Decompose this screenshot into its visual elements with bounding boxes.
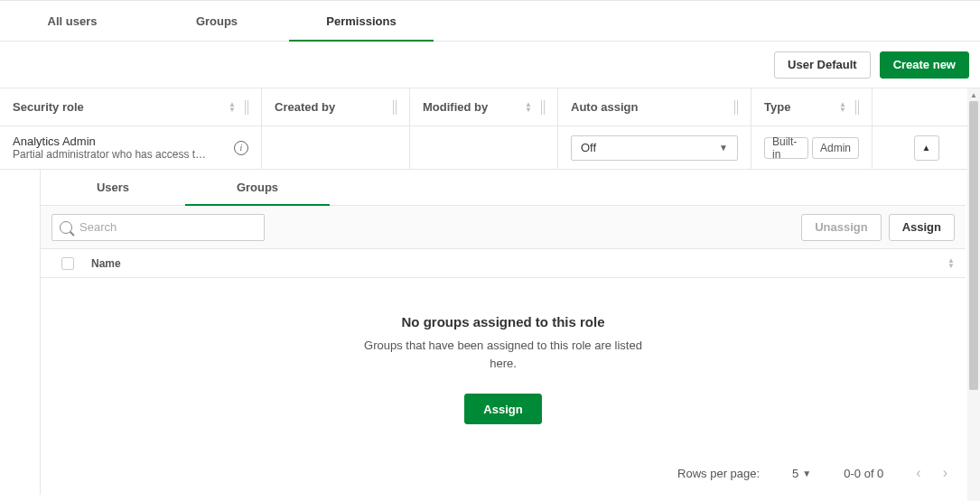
- unassign-button[interactable]: Unassign: [801, 214, 882, 241]
- column-resize-handle[interactable]: [855, 100, 859, 115]
- detail-header-row: Name ▲▼: [41, 249, 966, 278]
- column-header-actions: [873, 88, 980, 125]
- search-input[interactable]: [78, 219, 257, 235]
- sort-controls[interactable]: ▲▼: [525, 100, 545, 115]
- sub-tab-users[interactable]: Users: [41, 170, 185, 205]
- sort-controls[interactable]: ▲▼: [229, 100, 248, 115]
- detail-toolbar: Unassign Assign: [41, 206, 966, 249]
- action-bar: User Default Create new: [0, 42, 980, 88]
- search-box[interactable]: [51, 214, 265, 241]
- column-header-created-by[interactable]: Created by: [262, 88, 410, 125]
- chevron-up-icon: ▲: [922, 143, 931, 153]
- column-label: Security role: [13, 100, 84, 114]
- grid-header-row: Security role ▲▼ Created by Modified by …: [0, 88, 980, 126]
- create-new-button[interactable]: Create new: [880, 51, 969, 79]
- cell-type: Built-in Admin: [751, 126, 873, 169]
- role-name: Analytics Admin: [13, 135, 229, 149]
- column-resize-handle[interactable]: [541, 100, 545, 115]
- sort-controls[interactable]: ▲▼: [839, 100, 859, 115]
- empty-title: No groups assigned to this role: [59, 314, 947, 329]
- column-header-security-role[interactable]: Security role ▲▼: [0, 88, 262, 125]
- sort-controls[interactable]: [729, 100, 738, 115]
- column-resize-handle[interactable]: [393, 100, 397, 115]
- tab-groups[interactable]: Groups: [145, 1, 289, 41]
- table-row[interactable]: Analytics Admin Partial administrator wh…: [0, 126, 980, 170]
- empty-state: No groups assigned to this role Groups t…: [41, 278, 966, 451]
- select-all-checkbox[interactable]: [61, 257, 74, 270]
- sub-tab-groups[interactable]: Groups: [185, 170, 330, 205]
- type-tag-builtin: Built-in: [764, 137, 808, 159]
- cell-created-by: [262, 126, 410, 169]
- sort-controls[interactable]: ▲▼: [947, 258, 955, 269]
- scrollbar[interactable]: ▲: [967, 88, 980, 501]
- column-resize-handle[interactable]: [734, 100, 738, 115]
- column-label: Modified by: [423, 100, 488, 114]
- chevron-down-icon: ▼: [802, 469, 811, 478]
- pagination: Rows per page: 5 ▼ 0-0 of 0 ‹ ›: [41, 451, 966, 495]
- search-icon: [60, 221, 72, 234]
- auto-assign-select[interactable]: Off ▼: [571, 135, 738, 161]
- tab-permissions[interactable]: Permissions: [289, 1, 434, 41]
- pagination-nav: ‹ ›: [916, 465, 947, 481]
- assign-button[interactable]: Assign: [889, 214, 955, 241]
- pagination-range: 0-0 of 0: [844, 467, 883, 480]
- rows-per-page-label: Rows per page:: [677, 467, 760, 480]
- type-tag-admin: Admin: [812, 137, 859, 159]
- column-label: Type: [764, 100, 790, 114]
- column-header-name[interactable]: Name: [84, 257, 121, 270]
- page-size-value: 5: [792, 467, 798, 480]
- next-page-button[interactable]: ›: [943, 465, 947, 481]
- column-label: Auto assign: [571, 100, 638, 114]
- cell-auto-assign: Off ▼: [558, 126, 751, 169]
- column-header-auto-assign[interactable]: Auto assign: [558, 88, 751, 125]
- tab-all-users[interactable]: All users: [0, 1, 145, 41]
- prev-page-button[interactable]: ‹: [916, 465, 920, 481]
- empty-description: Groups that have been assigned to this r…: [359, 337, 648, 372]
- detail-panel: Users Groups Unassign Assign Name ▲▼ No …: [40, 170, 966, 495]
- info-icon[interactable]: i: [234, 141, 248, 155]
- column-label: Created by: [275, 100, 335, 114]
- select-value: Off: [581, 141, 596, 154]
- top-tabs: All users Groups Permissions: [0, 0, 980, 42]
- scrollbar-thumb[interactable]: [969, 101, 978, 390]
- cell-security-role: Analytics Admin Partial administrator wh…: [0, 126, 262, 169]
- rows-per-page-select[interactable]: 5 ▼: [792, 467, 811, 480]
- sort-controls[interactable]: [387, 100, 397, 115]
- user-default-button[interactable]: User Default: [774, 51, 871, 79]
- collapse-row-button[interactable]: ▲: [914, 135, 939, 161]
- empty-assign-button[interactable]: Assign: [464, 394, 541, 424]
- sub-tabs: Users Groups: [41, 170, 966, 206]
- column-header-type[interactable]: Type ▲▼: [751, 88, 873, 125]
- cell-actions: ▲: [873, 126, 980, 169]
- scroll-up-arrow-icon[interactable]: ▲: [967, 88, 980, 101]
- role-description: Partial administrator who has access t…: [13, 148, 220, 161]
- column-header-modified-by[interactable]: Modified by ▲▼: [410, 88, 558, 125]
- chevron-down-icon: ▼: [719, 143, 728, 153]
- cell-modified-by: [410, 126, 558, 169]
- column-resize-handle[interactable]: [245, 100, 248, 115]
